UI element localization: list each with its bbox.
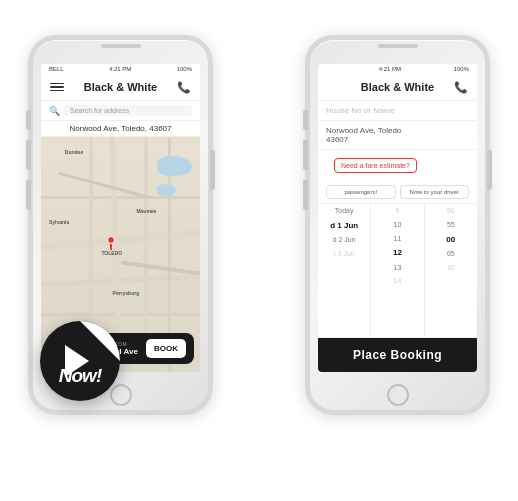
phone-notch xyxy=(33,40,208,52)
right-phone-shell: 4:21 PM 100% Black & White 📞 House No or… xyxy=(305,35,490,415)
map-road xyxy=(41,196,200,199)
booking-form: House No or Name Norwood Ave, Toledo4360… xyxy=(318,101,477,372)
map-label-perrysburg: Perrysburg xyxy=(113,290,140,296)
book-button[interactable]: BOOK xyxy=(146,339,186,358)
map-water xyxy=(156,184,176,196)
left-app-header: Black & White 📞 xyxy=(41,74,200,101)
right-volume-down-button xyxy=(303,140,308,170)
now-badge-inner: Now! xyxy=(40,321,120,401)
right-phone-button[interactable]: 📞 xyxy=(453,79,469,95)
hamburger-icon xyxy=(50,90,64,92)
date-column[interactable]: Today d 1 Jun d 2 Jun t 3 Jun xyxy=(318,204,371,337)
hour-9[interactable]: 9 xyxy=(371,204,423,218)
min-05[interactable]: 05 xyxy=(425,247,477,261)
mute-button xyxy=(26,180,31,210)
map-label-dundee: Dundee xyxy=(65,149,83,155)
volume-down-button xyxy=(26,140,31,170)
map-pin xyxy=(107,236,115,250)
date-option-today[interactable]: Today xyxy=(318,204,370,218)
minutes-column[interactable]: 50 55 00 05 10 xyxy=(425,204,477,337)
right-time-label: 4:21 PM xyxy=(379,66,401,72)
right-power-button xyxy=(487,150,492,190)
right-phone: 4:21 PM 100% Black & White 📞 House No or… xyxy=(305,35,490,415)
hamburger-icon xyxy=(50,86,64,88)
right-app-header: Black & White 📞 xyxy=(318,74,477,101)
right-home-button[interactable] xyxy=(387,384,409,406)
fare-estimate-button[interactable]: Need a fare estimate? xyxy=(334,158,417,173)
right-phone-screen: 4:21 PM 100% Black & White 📞 House No or… xyxy=(318,64,477,372)
search-icon: 🔍 xyxy=(49,106,60,116)
left-app-title: Black & White xyxy=(65,81,176,93)
hours-column[interactable]: 9 10 11 12 13 14 xyxy=(371,204,424,337)
right-mute-button xyxy=(303,180,308,210)
search-bar: 🔍 Search for address xyxy=(41,101,200,121)
map-label-sylvania: Sylvania xyxy=(49,219,69,225)
battery-label: 100% xyxy=(177,66,192,72)
date-time-picker[interactable]: Today d 1 Jun d 2 Jun t 3 Jun 9 10 11 12… xyxy=(318,204,477,338)
address-display: Norwood Ave, Toledo43607 xyxy=(318,121,477,150)
phone-speaker xyxy=(101,44,141,48)
menu-button[interactable] xyxy=(49,79,65,95)
min-10[interactable]: 10 xyxy=(425,261,477,275)
map-water xyxy=(157,156,192,176)
phone-button[interactable]: 📞 xyxy=(176,79,192,95)
right-phone-notch xyxy=(310,40,485,52)
date-option-2jun[interactable]: d 2 Jun xyxy=(318,233,370,247)
scene: BELL 4:21 PM 100% Black & White 📞 xyxy=(0,0,518,501)
time-label: 4:21 PM xyxy=(109,66,131,72)
right-status-bar: 4:21 PM 100% xyxy=(318,64,477,74)
left-status-bar: BELL 4:21 PM 100% xyxy=(41,64,200,74)
map-pin-line xyxy=(110,244,112,250)
hour-10[interactable]: 10 xyxy=(371,218,423,232)
right-phone-speaker xyxy=(378,44,418,48)
address-bar: Norwood Ave, Toledo, 43607 xyxy=(41,121,200,137)
min-55[interactable]: 55 xyxy=(425,218,477,232)
hamburger-icon xyxy=(50,83,64,85)
house-input[interactable]: House No or Name xyxy=(326,106,469,115)
power-button xyxy=(210,150,215,190)
right-volume-up-button xyxy=(303,110,308,130)
carrier-label: BELL xyxy=(49,66,64,72)
map-label-maumee: Maumee xyxy=(136,208,156,214)
right-app-title: Black & White xyxy=(342,81,453,93)
min-50[interactable]: 50 xyxy=(425,204,477,218)
min-00[interactable]: 00 xyxy=(425,232,477,247)
map-label-toledo: TOLEDO xyxy=(101,250,122,256)
search-input[interactable]: Search for address xyxy=(64,105,192,116)
hour-11[interactable]: 11 xyxy=(371,232,423,246)
right-home-button-area xyxy=(310,380,485,410)
date-option-1jun[interactable]: d 1 Jun xyxy=(318,218,370,233)
map-pin-dot xyxy=(107,236,115,244)
passengers-button[interactable]: passengers! xyxy=(326,185,396,199)
right-battery-label: 100% xyxy=(454,66,469,72)
date-option-3jun[interactable]: t 3 Jun xyxy=(318,247,370,261)
volume-up-button xyxy=(26,110,31,130)
hour-12[interactable]: 12 xyxy=(371,245,423,260)
fare-estimate-area: Need a fare estimate? xyxy=(318,150,477,181)
passengers-row: passengers! Note to your driver xyxy=(318,181,477,204)
hour-14[interactable]: 14 xyxy=(371,274,423,288)
hour-13[interactable]: 13 xyxy=(371,261,423,275)
house-input-row[interactable]: House No or Name xyxy=(318,101,477,121)
place-booking-button[interactable]: Place Booking xyxy=(318,338,477,372)
now-text: Now! xyxy=(40,365,120,387)
note-button[interactable]: Note to your driver xyxy=(400,185,470,199)
now-badge: Now! xyxy=(40,321,120,401)
